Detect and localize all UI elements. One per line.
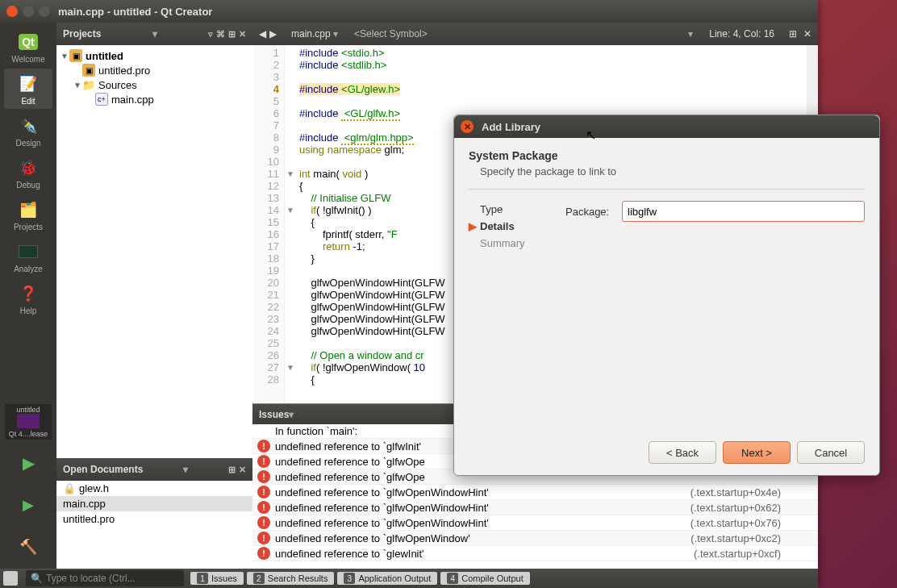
tab-search-results[interactable]: 2Search Results: [247, 572, 335, 585]
project-icon: ▣: [69, 49, 82, 62]
run-button[interactable]: ▶: [4, 444, 52, 484]
help-icon: ❓: [17, 282, 40, 305]
dialog-subheading: Specify the package to link to: [480, 165, 865, 177]
analyze-icon: [17, 240, 40, 263]
issue-row[interactable]: !undefined reference to `glewInit'(.text…: [252, 546, 818, 561]
editor-toolbar: ◀▶ main.cpp ▾ <Select Symbol> ▾ Line: 4,…: [252, 23, 818, 45]
bug-icon: 🐞: [17, 156, 40, 179]
projects-icon: 🗂️: [17, 198, 40, 221]
doc-item-main[interactable]: main.cpp: [56, 496, 252, 511]
issue-row[interactable]: !undefined reference to `glfwOpenWindowH…: [252, 500, 818, 515]
error-icon: !: [257, 455, 270, 468]
wizard-step-details: Details: [469, 218, 565, 235]
mode-sidebar: QtWelcome 📝Edit ✒️Design 🐞Debug 🗂️Projec…: [0, 23, 56, 569]
hammer-icon: 🔨: [17, 536, 40, 558]
nav-back-icon[interactable]: ◀: [259, 28, 266, 40]
tree-pro-file[interactable]: ▣untitled.pro: [56, 63, 252, 77]
issue-row[interactable]: !undefined reference to `glfwOpenWindow'…: [252, 531, 818, 546]
projects-panel-header: Projects ▾ ▿ ⌘ ⊞ ✕: [56, 23, 252, 45]
issue-row[interactable]: !undefined reference to `glfwOpenWindowH…: [252, 515, 818, 531]
split-icon[interactable]: ⊞: [228, 465, 236, 475]
minimize-icon[interactable]: [23, 6, 34, 17]
close-editor-icon[interactable]: ✕: [803, 28, 811, 40]
error-icon: !: [257, 440, 270, 452]
package-input[interactable]: [622, 201, 865, 222]
tab-app-output[interactable]: 3Application Output: [337, 572, 437, 585]
window-title: main.cpp - untitled - Qt Creator: [58, 6, 212, 18]
play-debug-icon: ▶: [17, 494, 40, 516]
mode-analyze[interactable]: Analyze: [4, 236, 52, 277]
tree-project-root[interactable]: ▼▣untitled: [56, 48, 252, 63]
wizard-steps: Type Details Summary: [469, 201, 565, 433]
cursor-position[interactable]: Line: 4, Col: 16: [701, 28, 782, 40]
error-icon: !: [257, 532, 270, 544]
play-icon: ▶: [17, 452, 40, 474]
split-editor-icon[interactable]: ⊞: [789, 28, 797, 40]
mode-welcome[interactable]: QtWelcome: [4, 27, 52, 67]
editor-file-dropdown[interactable]: main.cpp ▾: [283, 28, 346, 40]
package-label: Package:: [565, 206, 622, 218]
run-debug-button[interactable]: ▶: [4, 486, 52, 526]
error-icon: !: [257, 501, 270, 514]
add-library-dialog: ✕ Add Library System Package Specify the…: [453, 115, 880, 476]
lock-icon: 🔒: [63, 482, 76, 494]
symbol-selector[interactable]: <Select Symbol> ▾: [346, 28, 701, 40]
pro-file-icon: ▣: [82, 64, 95, 77]
error-icon: !: [257, 547, 270, 560]
back-button[interactable]: < Back: [649, 441, 716, 464]
cancel-button[interactable]: Cancel: [797, 441, 865, 464]
close-panel-icon[interactable]: ✕: [239, 465, 246, 475]
error-icon: !: [257, 516, 270, 529]
wizard-step-summary: Summary: [469, 235, 565, 252]
filter-icon[interactable]: ▿: [208, 29, 213, 40]
tree-sources-folder[interactable]: ▼📁Sources: [56, 77, 252, 92]
dialog-heading: System Package: [469, 149, 865, 162]
tab-compile-output[interactable]: 4Compile Output: [440, 572, 529, 585]
folder-icon: 📁: [82, 78, 95, 91]
dialog-close-icon[interactable]: ✕: [461, 120, 474, 133]
monitor-icon: [17, 414, 40, 428]
toggle-sidebar-button[interactable]: [3, 571, 18, 586]
mode-edit[interactable]: 📝Edit: [4, 69, 52, 109]
doc-item-glew[interactable]: 🔒glew.h: [56, 481, 252, 496]
tree-source-file[interactable]: c+main.cpp: [56, 92, 252, 106]
split-icon[interactable]: ⊞: [228, 29, 236, 40]
dialog-titlebar[interactable]: ✕ Add Library: [454, 115, 879, 138]
error-icon: !: [257, 486, 270, 498]
tab-issues[interactable]: 1Issues: [190, 572, 244, 585]
maximize-icon[interactable]: [39, 6, 50, 17]
issue-row[interactable]: !undefined reference to `glfwOpenWindowH…: [252, 485, 818, 500]
close-icon[interactable]: [6, 6, 18, 17]
mode-help[interactable]: ❓Help: [4, 278, 52, 319]
titlebar[interactable]: main.cpp - untitled - Qt Creator: [0, 0, 818, 23]
cpp-file-icon: c+: [95, 93, 108, 106]
open-docs-header: Open Documents ▾ ⊞ ✕: [56, 458, 252, 481]
kit-selector[interactable]: untitled Qt 4....lease: [5, 404, 52, 440]
wizard-step-type: Type: [469, 201, 565, 218]
nav-fwd-icon[interactable]: ▶: [269, 28, 277, 40]
mode-debug[interactable]: 🐞Debug: [4, 152, 52, 193]
next-button[interactable]: Next >: [723, 441, 791, 464]
link-icon[interactable]: ⌘: [216, 29, 225, 40]
bottom-bar: 🔍Type to locate (Ctrl... 1Issues 2Search…: [0, 569, 818, 588]
mode-projects[interactable]: 🗂️Projects: [4, 194, 52, 235]
search-icon: 🔍: [31, 573, 43, 584]
doc-item-pro[interactable]: untitled.pro: [56, 511, 252, 527]
locator-input[interactable]: 🔍Type to locate (Ctrl...: [26, 570, 184, 586]
mode-design[interactable]: ✒️Design: [4, 111, 52, 151]
build-button[interactable]: 🔨: [4, 528, 52, 568]
close-panel-icon[interactable]: ✕: [239, 29, 246, 40]
open-docs-list[interactable]: 🔒glew.h main.cpp untitled.pro: [56, 481, 252, 569]
edit-icon: 📝: [17, 73, 40, 95]
line-numbers: 1234567891011121314151617181920212223242…: [252, 45, 285, 403]
design-icon: ✒️: [17, 115, 40, 137]
error-icon: !: [257, 470, 270, 483]
project-tree[interactable]: ▼▣untitled ▣untitled.pro ▼📁Sources c+mai…: [56, 45, 252, 458]
